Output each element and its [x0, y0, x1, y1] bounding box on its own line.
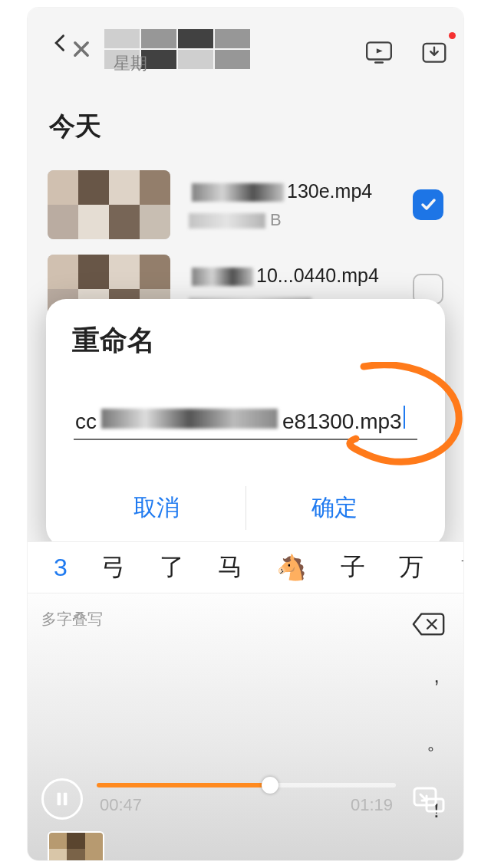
list-item[interactable]: 130e.mp4 B [43, 163, 448, 247]
weekday-label: 星期 [114, 52, 147, 75]
mini-thumbnail[interactable] [48, 831, 104, 860]
ime-candidate[interactable]: ㄗ [440, 551, 463, 584]
ime-candidate[interactable]: 了 [143, 551, 201, 584]
svg-rect-2 [58, 793, 61, 806]
ime-candidate-bar: 3 弓 了 马 🐴 子 万 ㄗ [28, 541, 463, 593]
tv-cast-icon[interactable] [362, 35, 396, 69]
video-list: 今天 130e.mp4 B 10...0440.mp4 [28, 78, 463, 331]
ime-candidate[interactable]: 万 [382, 551, 440, 584]
video-player-bar: 00:47 01:19 [28, 761, 463, 837]
video-thumbnail [48, 170, 170, 239]
cancel-button[interactable]: 取消 [68, 472, 246, 547]
progress-knob[interactable] [262, 777, 278, 794]
app-header: 星期 [28, 8, 463, 78]
handwriting-keyboard[interactable]: 多字叠写 , 。 ！ 00:47 01: [28, 593, 463, 860]
svg-rect-4 [414, 788, 436, 805]
file-name: 130e.mp4 [189, 180, 394, 202]
rename-dialog: 重命名 cce81300.mp3 取消 确定 [46, 299, 445, 547]
notification-dot [449, 32, 456, 39]
close-icon[interactable] [71, 38, 92, 63]
ime-candidate[interactable]: 弓 [84, 551, 143, 584]
time-total: 01:19 [351, 795, 393, 815]
ime-candidate[interactable]: 子 [324, 551, 382, 584]
section-title: 今天 [49, 109, 442, 144]
ime-candidate[interactable]: 3 [37, 554, 84, 582]
keyboard-hint: 多字叠写 [41, 609, 103, 630]
file-meta: B [189, 210, 394, 230]
punct-key[interactable]: 。 [427, 729, 447, 756]
progress-fill [97, 783, 270, 787]
rename-input[interactable]: cce81300.mp3 [74, 406, 417, 440]
time-current: 00:47 [100, 795, 142, 815]
backspace-key[interactable] [411, 610, 447, 638]
ime-candidate[interactable]: 🐴 [259, 553, 324, 582]
ime-candidate[interactable]: 马 [201, 551, 259, 584]
checkbox-checked[interactable] [413, 189, 443, 220]
punct-key[interactable]: , [433, 664, 439, 688]
dialog-title: 重命名 [72, 322, 423, 360]
svg-rect-3 [64, 793, 68, 806]
file-name: 10...0440.mp4 [189, 265, 394, 287]
progress-slider[interactable] [97, 783, 396, 787]
confirm-button[interactable]: 确定 [246, 472, 424, 547]
picture-in-picture-button[interactable] [410, 781, 447, 817]
pause-button[interactable] [41, 778, 83, 820]
download-box-icon[interactable] [417, 35, 451, 69]
